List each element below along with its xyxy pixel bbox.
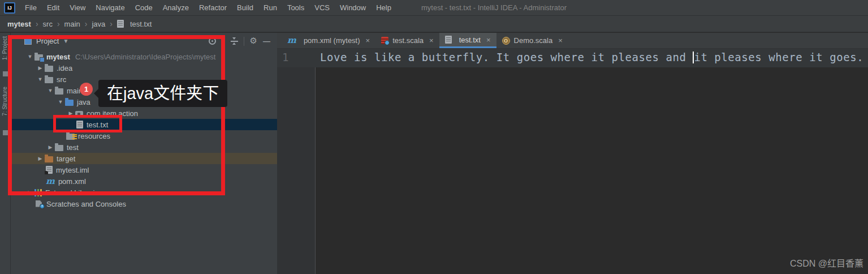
folder-icon <box>55 145 63 151</box>
tree-item-target[interactable]: ▶ target <box>11 153 277 164</box>
tree-item-test[interactable]: ▶ test <box>11 142 277 153</box>
breadcrumb-item-src[interactable]: src <box>43 20 53 28</box>
project-root-folder-icon <box>34 54 43 61</box>
intellij-logo-icon: IJ <box>4 2 15 14</box>
breadcrumb-item-testtxt[interactable]: test.txt <box>117 20 152 28</box>
close-icon[interactable]: × <box>558 36 563 45</box>
project-stripe-icon <box>3 71 8 76</box>
window-title: mytest - test.txt - IntelliJ IDEA - Admi… <box>421 3 567 12</box>
menu-view[interactable]: View <box>64 3 90 12</box>
structure-stripe-icon <box>3 130 8 135</box>
tree-item-label: External Libraries <box>45 189 102 197</box>
toolbar-divider <box>244 37 244 46</box>
code-text-after-caret: it pleases where it goes. <box>694 51 863 63</box>
menu-build[interactable]: Build <box>232 3 258 12</box>
tab-demo-scala[interactable]: O Demo.scala × <box>496 33 568 48</box>
resources-folder-icon <box>66 134 75 140</box>
tree-item-label: resources <box>78 132 110 140</box>
menu-window[interactable]: Window <box>335 3 371 12</box>
tool-window-strip: 1: Project 7: Structure <box>0 33 11 274</box>
main-area: 1: Project 7: Structure Project ▼ ⚙ — ▼ … <box>0 33 868 274</box>
tree-item-label: mytest <box>46 53 70 61</box>
chevron-down-icon[interactable]: ▼ <box>46 88 55 93</box>
menu-vcs[interactable]: VCS <box>309 3 335 12</box>
close-icon[interactable]: × <box>366 36 370 45</box>
menu-edit[interactable]: Edit <box>42 3 64 12</box>
breadcrumb-item-main[interactable]: main <box>64 20 80 28</box>
tree-item-label: test <box>67 143 79 152</box>
menu-help[interactable]: Help <box>371 3 396 12</box>
chevron-right-icon[interactable]: ▶ <box>36 65 45 71</box>
tree-item-label: com.item.action <box>87 109 138 118</box>
tree-item-label: target <box>57 155 75 163</box>
tab-label: Demo.scala <box>514 36 553 45</box>
close-icon[interactable]: × <box>486 36 491 44</box>
close-icon[interactable]: × <box>429 36 434 45</box>
tab-pom-xml[interactable]: m pom.xml (mytest) × <box>282 33 375 48</box>
chevron-right-icon[interactable]: ▶ <box>36 156 45 161</box>
tree-item-label: test.txt <box>87 121 108 129</box>
tree-item-idea[interactable]: ▶ .idea <box>11 62 277 74</box>
menu-analyze[interactable]: Analyze <box>158 3 194 12</box>
package-icon <box>75 111 83 117</box>
tree-item-path: C:\Users\Administrator\IdeaProjects\myte… <box>75 53 216 61</box>
breadcrumb-item-mytest[interactable]: mytest <box>7 20 31 28</box>
toolwindow-button-project[interactable]: 1: Project <box>2 36 8 60</box>
tab-label: test.scala <box>392 36 424 45</box>
hide-panel-icon[interactable]: — <box>263 37 270 45</box>
editor-tab-bar: m pom.xml (mytest) × test.scala × test.t… <box>277 33 868 49</box>
menu-file[interactable]: File <box>20 3 42 12</box>
editor-body[interactable]: 1 Love is like a butterfly. It goes wher… <box>277 49 868 274</box>
menu-navigate[interactable]: Navigate <box>90 3 129 12</box>
tab-label: pom.xml (mytest) <box>304 36 360 45</box>
menu-bar: IJ File Edit View Navigate Code Analyze … <box>0 0 868 16</box>
project-tool-window: Project ▼ ⚙ — ▼ mytest C:\Users\Administ… <box>11 33 277 274</box>
scala-object-icon: O <box>502 37 510 45</box>
annotation-tooltip: 在java文件夹下 <box>98 80 227 107</box>
chevron-down-icon[interactable]: ▼ <box>25 54 34 59</box>
locate-file-icon[interactable] <box>209 37 216 45</box>
project-panel-header: Project ▼ ⚙ — <box>11 33 277 49</box>
tree-item-scratches[interactable]: Scratches and Consoles <box>11 198 277 209</box>
toolwindow-button-structure[interactable]: 7: Structure <box>2 87 8 116</box>
tree-item-resources[interactable]: resources <box>11 130 277 142</box>
chevron-right-icon[interactable]: ▶ <box>66 110 75 116</box>
breadcrumb: mytest › src › main › java › test.txt <box>0 16 868 32</box>
code-line[interactable]: Love is like a butterfly. It goes where … <box>320 51 863 63</box>
breadcrumb-item-java[interactable]: java <box>92 20 105 28</box>
tree-item-label: .idea <box>57 64 72 72</box>
gear-icon[interactable]: ⚙ <box>250 37 257 45</box>
tree-item-com-item-action[interactable]: ▶ com.item.action <box>11 108 277 119</box>
project-panel-title[interactable]: Project <box>36 37 59 45</box>
project-view-icon <box>24 37 32 45</box>
chevron-down-icon[interactable]: ▼ <box>63 38 68 44</box>
collapse-all-icon[interactable] <box>231 37 238 45</box>
tree-item-pom-xml[interactable]: m pom.xml <box>11 175 277 187</box>
menu-refactor[interactable]: Refactor <box>194 3 232 12</box>
tab-test-txt[interactable]: test.txt × <box>439 33 496 48</box>
annotation-step-badge: 1 <box>80 83 93 96</box>
chevron-right-icon[interactable]: ▶ <box>25 190 34 195</box>
menu-code[interactable]: Code <box>130 3 158 12</box>
chevron-right-icon[interactable]: ▶ <box>46 144 55 150</box>
menu-tools[interactable]: Tools <box>282 3 309 12</box>
chevron-down-icon[interactable]: ▼ <box>36 76 45 82</box>
menu-run[interactable]: Run <box>258 3 282 12</box>
line-number: 1 <box>282 51 288 63</box>
maven-icon: m <box>46 178 55 185</box>
tree-item-mytest[interactable]: ▼ mytest C:\Users\Administrator\IdeaProj… <box>11 51 277 62</box>
tree-item-label: pom.xml <box>58 177 86 186</box>
chevron-right-icon: › <box>110 19 113 28</box>
tree-item-external-libraries[interactable]: ▶ External Libraries <box>11 187 277 198</box>
tab-test-scala[interactable]: test.scala × <box>375 33 439 48</box>
code-text-before-caret: Love is like a butterfly. It goes where … <box>320 51 693 63</box>
tab-label: test.txt <box>459 36 481 44</box>
tree-item-testtxt[interactable]: test.txt <box>11 119 277 130</box>
chevron-down-icon[interactable]: ▼ <box>56 99 65 105</box>
project-tree: ▼ mytest C:\Users\Administrator\IdeaProj… <box>11 51 277 209</box>
libraries-icon <box>34 189 42 196</box>
tree-item-label: src <box>57 75 66 84</box>
tree-item-mytest-iml[interactable]: mytest.iml <box>11 164 277 175</box>
scala-test-icon <box>381 37 388 44</box>
tree-item-label: Scratches and Consoles <box>46 200 126 208</box>
